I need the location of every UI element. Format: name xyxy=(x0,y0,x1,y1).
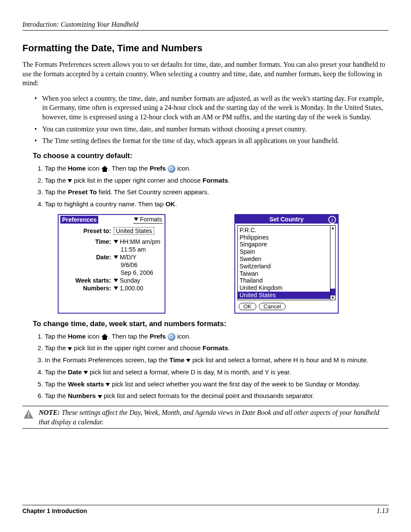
note-text: NOTE: These settings affect the Day, Wee… xyxy=(39,408,389,426)
date-format: M/D/Y xyxy=(120,254,137,261)
scroll-up-icon[interactable]: ▲ xyxy=(330,226,335,230)
procedure-steps: Tap the Home icon . Then tap the Prefs i… xyxy=(22,164,389,209)
dropdown-icon xyxy=(134,218,138,221)
text: pick list and select a format, where D i… xyxy=(88,368,291,376)
list-item[interactable]: Sweden xyxy=(240,255,328,263)
text: Tap the xyxy=(45,380,68,388)
step: In the Formats Preferences screen, tap t… xyxy=(45,355,389,365)
set-country-screenshot: Set Country i P.R.C. Philippines Singapo… xyxy=(234,214,339,314)
prefs-title: Preferences xyxy=(60,216,98,224)
text: . xyxy=(228,344,230,352)
text: field. The Set Country screen appears. xyxy=(97,188,209,196)
list-item[interactable]: P.R.C. xyxy=(240,227,328,234)
text: Tap to highlight a country name. Then ta… xyxy=(45,200,165,208)
scroll-down-icon[interactable]: ▼ xyxy=(330,296,335,300)
warning-icon: ! xyxy=(22,408,34,420)
text: Tap the xyxy=(45,333,68,340)
text: pick list and select whether you want th… xyxy=(110,380,360,388)
text: pick list and select formats for the dec… xyxy=(102,392,314,399)
text: Tap the xyxy=(45,344,68,352)
bullet-list: When you select a country, the time, dat… xyxy=(22,94,389,146)
list-item[interactable]: United Kingdom xyxy=(240,284,328,292)
dropdown-icon xyxy=(114,240,118,243)
text: Tap the xyxy=(45,188,68,196)
home-icon xyxy=(101,166,108,172)
date-sample-long: Sep 6, 2006 xyxy=(121,269,153,276)
text: . xyxy=(175,200,177,208)
time-label: Time: xyxy=(62,238,111,245)
ok-button[interactable]: OK xyxy=(239,303,256,310)
bold: Home xyxy=(68,165,86,172)
text: . xyxy=(228,177,230,184)
step: Tap the Home icon . Then tap the Prefs i… xyxy=(45,164,389,173)
prefs-category-value: Formats xyxy=(140,216,162,223)
bullet-item: When you select a country, the time, dat… xyxy=(42,94,389,122)
list-item[interactable]: Switzerland xyxy=(240,263,328,270)
dropdown-icon xyxy=(114,286,118,290)
text: icon. xyxy=(175,165,191,172)
procedure-heading: To choose a country default: xyxy=(33,152,389,160)
text: icon xyxy=(86,165,101,172)
step: Tap the Date pick list and select a form… xyxy=(45,367,389,377)
procedure-steps: Tap the Home icon . Then tap the Prefs i… xyxy=(22,332,389,401)
bold: Date xyxy=(68,368,82,376)
prefs-category-picker[interactable]: Formats xyxy=(133,216,163,224)
list-item[interactable]: Thailand xyxy=(240,277,328,284)
note-block: ! NOTE: These settings affect the Day, W… xyxy=(22,406,389,429)
list-item[interactable]: Taiwan xyxy=(240,270,328,277)
prefs-icon xyxy=(168,165,175,173)
procedure-heading: To change time, date, week start, and nu… xyxy=(33,320,389,328)
svg-text:!: ! xyxy=(27,411,29,419)
week-picker[interactable]: Sunday xyxy=(114,277,161,284)
home-icon xyxy=(101,334,108,340)
prefs-icon xyxy=(168,333,175,341)
list-item[interactable]: Singapore xyxy=(240,241,328,248)
time-picker[interactable]: HH:MM am/pm xyxy=(114,238,161,245)
date-sample: 9/6/06 xyxy=(121,261,137,268)
text: icon xyxy=(86,333,101,340)
time-format: HH:MM am/pm xyxy=(120,238,160,245)
set-country-title: Set Country i xyxy=(235,215,338,224)
numbers-label: Numbers: xyxy=(62,285,111,292)
scrollbar[interactable]: ▲ ▼ xyxy=(330,226,335,300)
preferences-screenshot: Preferences Formats Preset to: United St… xyxy=(58,214,165,314)
dropdown-icon xyxy=(84,371,88,374)
list-item-selected[interactable]: United States xyxy=(238,292,330,299)
text: icon. xyxy=(175,333,191,340)
bold: Prefs xyxy=(149,333,166,340)
text: . Then tap the xyxy=(108,165,149,172)
screenshot-row: Preferences Formats Preset to: United St… xyxy=(58,214,389,314)
text: pick list and select a format, where H i… xyxy=(190,356,368,364)
dropdown-icon xyxy=(68,347,72,351)
page-number: 1.13 xyxy=(377,507,389,515)
text: In the Formats Preferences screen, tap t… xyxy=(45,356,169,364)
step: Tap the Week starts pick list and select… xyxy=(45,380,389,389)
cancel-button[interactable]: Cancel xyxy=(259,303,286,310)
chapter-label: Chapter 1 Introduction xyxy=(22,507,87,514)
text: . Then tap the xyxy=(108,333,149,340)
step: Tap the pick list in the upper right cor… xyxy=(45,176,389,185)
note-body: These settings affect the Day, Week, Mon… xyxy=(39,409,380,426)
numbers-picker[interactable]: 1,000.00 xyxy=(114,285,161,292)
preset-label: Preset to: xyxy=(62,227,111,234)
dropdown-icon xyxy=(114,255,118,259)
dropdown-icon xyxy=(106,383,110,386)
numbers-value: 1,000.00 xyxy=(120,285,143,292)
info-icon[interactable]: i xyxy=(328,216,336,224)
bold: OK xyxy=(165,200,175,208)
bold: Week starts xyxy=(68,380,104,388)
preset-field[interactable]: United States xyxy=(114,227,154,235)
bullet-item: The Time setting defines the format for … xyxy=(42,136,389,146)
bold: Prefs xyxy=(149,165,166,172)
step: Tap the Preset To field. The Set Country… xyxy=(45,187,389,197)
dropdown-icon xyxy=(186,359,190,362)
scroll-thumb[interactable] xyxy=(330,289,335,296)
list-item[interactable]: Spain xyxy=(240,248,328,255)
list-item[interactable]: Philippines xyxy=(240,234,328,241)
intro-paragraph: The Formats Preferences screen allows yo… xyxy=(22,60,389,88)
bold: Preset To xyxy=(68,188,97,196)
bold: Home xyxy=(68,333,86,340)
country-list[interactable]: P.R.C. Philippines Singapore Spain Swede… xyxy=(238,226,330,300)
date-picker[interactable]: M/D/Y xyxy=(114,254,161,261)
step: Tap the pick list in the upper right cor… xyxy=(45,343,389,353)
